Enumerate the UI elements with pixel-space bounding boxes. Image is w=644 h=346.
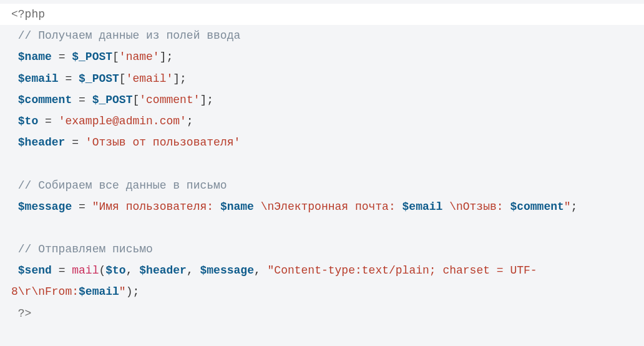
comment-line: // Получаем данные из полей ввода xyxy=(18,29,240,42)
php-close-tag: ?> xyxy=(18,307,32,320)
comment-line: // Отправляем письмо xyxy=(18,243,153,255)
var-post: $_POST xyxy=(72,51,112,63)
func-mail: mail xyxy=(72,264,99,277)
var-message: $message xyxy=(18,200,72,213)
var-comment: $comment xyxy=(18,94,72,106)
var-name: $name xyxy=(18,51,52,63)
var-send: $send xyxy=(18,264,52,277)
comment-line: // Собираем все данные в письмо xyxy=(18,179,227,192)
php-open-tag: <?php xyxy=(11,8,45,21)
code-block: <?php // Получаем данные из полей ввода … xyxy=(0,0,644,330)
var-header: $header xyxy=(18,136,66,149)
var-to: $to xyxy=(18,115,38,127)
var-email: $email xyxy=(18,72,59,85)
